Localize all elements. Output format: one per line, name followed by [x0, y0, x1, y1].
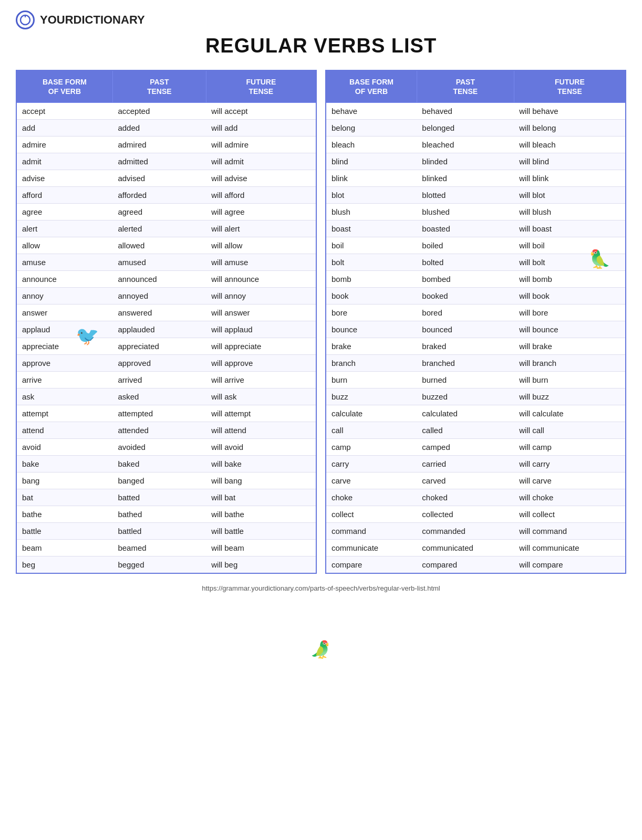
table-row: calculatecalculatedwill calculate: [326, 405, 626, 422]
future-tense-cell: will communicate: [514, 540, 626, 556]
future-tense-cell: will burn: [514, 372, 626, 388]
past-tense-cell: boiled: [417, 237, 514, 254]
base-form-cell: annoy: [16, 288, 112, 304]
verb-table-1: BASE FORMOF VERB PASTTENSE FUTURETENSE a…: [16, 70, 317, 574]
table-row: batbattedwill bat: [16, 489, 316, 506]
future-tense-cell: will buzz: [514, 388, 626, 405]
base-form-cell: answer: [16, 304, 112, 321]
logo-your: YOUR: [40, 13, 74, 26]
col-header-base-2: BASE FORMOF VERB: [326, 70, 417, 103]
past-tense-cell: compared: [417, 556, 514, 574]
past-tense-cell: announced: [112, 271, 206, 288]
base-form-cell: bathe: [16, 506, 112, 523]
future-tense-cell: will admire: [206, 136, 316, 153]
future-tense-cell: will attempt: [206, 405, 316, 422]
future-tense-cell: will admit: [206, 153, 316, 170]
past-tense-cell: choked: [417, 489, 514, 506]
base-form-cell: afford: [16, 187, 112, 204]
future-tense-cell: will carve: [514, 472, 626, 489]
table-row: attemptattemptedwill attempt: [16, 405, 316, 422]
past-tense-cell: calculated: [417, 405, 514, 422]
base-form-cell: allow: [16, 237, 112, 254]
table-row: boilboiledwill boil: [326, 237, 626, 254]
base-form-cell: brake: [326, 338, 417, 355]
base-form-cell: bolt: [326, 254, 417, 271]
future-tense-cell: will brake: [514, 338, 626, 355]
base-form-cell: alert: [16, 220, 112, 237]
future-tense-cell: will bat: [206, 489, 316, 506]
past-tense-cell: begged: [112, 556, 206, 574]
table-row: admireadmiredwill admire: [16, 136, 316, 153]
future-tense-cell: will bleach: [514, 136, 626, 153]
base-form-cell: bomb: [326, 271, 417, 288]
table-row: branchbranchedwill branch: [326, 355, 626, 372]
future-tense-cell: will accept: [206, 103, 316, 120]
table-row: annoyannoyedwill annoy: [16, 288, 316, 304]
table-row: avoidavoidedwill avoid: [16, 439, 316, 456]
table-row: answeransweredwill answer: [16, 304, 316, 321]
base-form-cell: add: [16, 120, 112, 136]
col-header-past-2: PASTTENSE: [417, 70, 514, 103]
table-row: bathebathedwill bathe: [16, 506, 316, 523]
table-row: bouncebouncedwill bounce: [326, 321, 626, 338]
table-row: buzzbuzzedwill buzz: [326, 388, 626, 405]
base-form-cell: bang: [16, 472, 112, 489]
future-tense-cell: will attend: [206, 422, 316, 439]
past-tense-cell: arrived: [112, 372, 206, 388]
table-row: attendattendedwill attend: [16, 422, 316, 439]
future-tense-cell: will command: [514, 523, 626, 540]
table-row: approveapprovedwill approve: [16, 355, 316, 372]
logo-text: YOURDICTIONARY: [40, 13, 145, 27]
base-form-cell: accept: [16, 103, 112, 120]
past-tense-cell: admitted: [112, 153, 206, 170]
past-tense-cell: collected: [417, 506, 514, 523]
table-row: beambeamedwill beam: [16, 540, 316, 556]
past-tense-cell: beamed: [112, 540, 206, 556]
future-tense-cell: will blink: [514, 170, 626, 187]
future-tense-cell: will applaud: [206, 321, 316, 338]
table-row: callcalledwill call: [326, 422, 626, 439]
base-form-cell: carry: [326, 456, 417, 472]
table-row: appreciateappreciatedwill appreciate: [16, 338, 316, 355]
past-tense-cell: batted: [112, 489, 206, 506]
table-row: bookbookedwill book: [326, 288, 626, 304]
future-tense-cell: will carry: [514, 456, 626, 472]
future-tense-cell: will annoy: [206, 288, 316, 304]
table-row: affordaffordedwill afford: [16, 187, 316, 204]
base-form-cell: agree: [16, 204, 112, 220]
future-tense-cell: will amuse: [206, 254, 316, 271]
table-row: carrycarriedwill carry: [326, 456, 626, 472]
table-row: boreboredwill bore: [326, 304, 626, 321]
past-tense-cell: boasted: [417, 220, 514, 237]
table-row: bakebakedwill bake: [16, 456, 316, 472]
base-form-cell: blink: [326, 170, 417, 187]
future-tense-cell: will arrive: [206, 372, 316, 388]
past-tense-cell: attended: [112, 422, 206, 439]
future-tense-cell: will announce: [206, 271, 316, 288]
col-header-future-1: FUTURETENSE: [206, 70, 316, 103]
table-row: communicatecommunicatedwill communicate: [326, 540, 626, 556]
past-tense-cell: bathed: [112, 506, 206, 523]
base-form-cell: collect: [326, 506, 417, 523]
table-row: bombbombedwill bomb: [326, 271, 626, 288]
past-tense-cell: approved: [112, 355, 206, 372]
past-tense-cell: added: [112, 120, 206, 136]
base-form-cell: amuse: [16, 254, 112, 271]
future-tense-cell: will collect: [514, 506, 626, 523]
table-row: announceannouncedwill announce: [16, 271, 316, 288]
past-tense-cell: booked: [417, 288, 514, 304]
past-tense-cell: braked: [417, 338, 514, 355]
past-tense-cell: agreed: [112, 204, 206, 220]
table-row: acceptacceptedwill accept: [16, 103, 316, 120]
past-tense-cell: blinded: [417, 153, 514, 170]
future-tense-cell: will bathe: [206, 506, 316, 523]
table-row: blotblottedwill blot: [326, 187, 626, 204]
future-tense-cell: will blush: [514, 204, 626, 220]
future-tense-cell: will bake: [206, 456, 316, 472]
past-tense-cell: carried: [417, 456, 514, 472]
base-form-cell: carve: [326, 472, 417, 489]
base-form-cell: beg: [16, 556, 112, 574]
past-tense-cell: accepted: [112, 103, 206, 120]
past-tense-cell: bleached: [417, 136, 514, 153]
past-tense-cell: commanded: [417, 523, 514, 540]
